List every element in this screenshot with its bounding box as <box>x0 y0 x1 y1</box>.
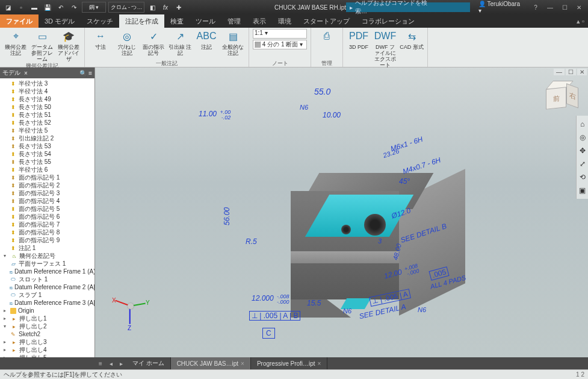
doctab-list-icon[interactable]: ≡ <box>95 357 106 369</box>
tree-item[interactable]: ⬍半径寸法 6 <box>0 166 94 174</box>
ribbon-button[interactable]: ◎穴/ねじ 注記 <box>115 29 139 56</box>
document-tab-close-icon[interactable]: × <box>318 360 321 367</box>
tree-item[interactable]: ⬍面の指示記号 8 <box>0 228 94 236</box>
ribbon-button[interactable]: ⎙ <box>315 29 339 43</box>
qat-material-dropdown[interactable]: 鋼 ▾ <box>82 2 106 13</box>
tree-item[interactable]: ⬍面の指示記号 4 <box>0 197 94 205</box>
qat-appearance-dropdown[interactable]: クロム - つ… <box>108 2 144 13</box>
tree-item[interactable]: ⬍半径寸法 3 <box>0 80 94 87</box>
viewcube-right[interactable]: 右 <box>566 83 578 108</box>
browser-tree[interactable]: ⬍半径寸法 3⬍半径寸法 4⬍長さ寸法 49⬍長さ寸法 50⬍長さ寸法 51⬍長… <box>0 78 94 357</box>
scale-dropdown[interactable]: 1:1 ▾ <box>253 29 307 39</box>
app-icon[interactable]: ◪ <box>2 2 13 13</box>
tree-twisty-icon[interactable]: ▸ <box>4 308 8 313</box>
tree-item[interactable]: ▸▸押し出し3 <box>0 338 94 346</box>
ribbon-button[interactable]: ▭データム参照フレーム <box>30 29 54 62</box>
nav-pan-icon[interactable]: ✥ <box>578 146 587 155</box>
ribbon-button[interactable]: ▤全般的な 注記 <box>221 29 245 56</box>
nav-orbit-icon[interactable]: ⟲ <box>578 172 587 182</box>
ribbon-tab[interactable]: 管理 <box>221 14 247 28</box>
minimize-button[interactable]: — <box>543 4 557 11</box>
tree-item[interactable]: ⎄Datum Reference Frame 2 (A|B) <box>0 283 94 291</box>
tree-item[interactable]: ▸▸押し出し1 <box>0 315 94 322</box>
ribbon-button[interactable]: ✓面の指示 記号 <box>141 29 166 56</box>
doctab-prev-icon[interactable]: ◂ <box>106 357 116 369</box>
tree-item[interactable]: ⬍長さ寸法 54 <box>0 150 94 158</box>
ribbon-tab[interactable]: ツール <box>190 14 221 28</box>
tree-item[interactable]: ⬍長さ寸法 53 <box>0 142 94 150</box>
tree-item[interactable]: ⬍面の指示記号 9 <box>0 236 94 244</box>
tree-item[interactable]: ⬭スラブ 1 <box>0 291 94 299</box>
tree-twisty-icon[interactable]: ▸ <box>4 347 8 352</box>
user-account[interactable]: 👤 TerukiObara ▾ <box>475 1 525 14</box>
tree-item[interactable]: ▾▸押し出し2 <box>0 322 94 330</box>
view-dropdown[interactable]: ▦ 4 分の 1 断面 ▾ <box>253 40 307 49</box>
doctab-home[interactable]: マイ ホーム <box>126 357 171 369</box>
tree-item[interactable]: ⬍面の指示記号 1 <box>0 174 94 181</box>
tree-item[interactable]: ⎄Datum Reference Frame 1 (A) <box>0 268 94 275</box>
maximize-button[interactable]: ☐ <box>558 4 571 11</box>
tree-item[interactable]: ▾⏢幾何公差記号 <box>0 252 94 260</box>
qat-open-icon[interactable]: ▬ <box>29 2 40 13</box>
ribbon-tab[interactable]: コラボレーション <box>356 14 421 28</box>
qat-color-icon[interactable]: ◧ <box>147 2 158 13</box>
viewcube-front[interactable]: 前 <box>546 87 566 110</box>
tree-item[interactable]: ⬍面の指示記号 2 <box>0 181 94 189</box>
tree-item[interactable]: ✎Sketch2 <box>0 330 94 338</box>
tree-item[interactable]: ⬍長さ寸法 49 <box>0 95 94 103</box>
tree-item[interactable]: ▸Origin <box>0 307 94 315</box>
document-tab[interactable]: Progressive Profi…ipt× <box>251 357 328 369</box>
ribbon-tab[interactable]: 3D モデル <box>39 14 81 28</box>
vp-close-icon[interactable]: ✕ <box>577 69 587 75</box>
ribbon-tab[interactable]: スケッチ <box>81 14 119 28</box>
tree-item[interactable]: ⬍面の指示記号 7 <box>0 221 94 228</box>
ribbon-button[interactable]: ABC注記 <box>194 29 218 50</box>
tree-item[interactable]: ⬍面の指示記号 3 <box>0 189 94 197</box>
ribbon-button[interactable]: ↔寸法 <box>88 29 113 50</box>
tree-item[interactable]: ⬍長さ寸法 52 <box>0 119 94 127</box>
help-search-input[interactable]: ▸ヘルプおよびコマンドを検索… <box>346 2 470 12</box>
ribbon-button[interactable]: 🎓幾何公差 アドバイザ <box>57 29 81 62</box>
tree-item[interactable]: ⬍面の指示記号 6 <box>0 213 94 221</box>
ribbon-button[interactable]: PDF3D PDF <box>347 29 371 50</box>
tree-item[interactable]: ⎄Datum Reference Frame 3 (A|B|C) <box>0 299 94 307</box>
doctab-next-icon[interactable]: ▸ <box>116 357 126 369</box>
vp-maximize-icon[interactable]: ☐ <box>566 69 576 75</box>
ribbon-button[interactable]: ⇆CAD 形式 <box>400 29 424 50</box>
browser-search-icon[interactable]: 🔍 ≡ <box>79 70 92 77</box>
tree-twisty-icon[interactable]: ▾ <box>4 324 8 329</box>
nav-home-icon[interactable]: ⌂ <box>578 119 587 129</box>
tree-item[interactable]: ⬍半径寸法 4 <box>0 87 94 95</box>
vp-minimize-icon[interactable]: — <box>554 69 565 75</box>
qat-save-icon[interactable]: 💾 <box>42 2 53 13</box>
ribbon-button[interactable]: ⌖幾何公差 注記 <box>4 29 28 56</box>
browser-close-icon[interactable]: × <box>24 70 28 77</box>
tree-item[interactable]: ⬍注記 1 <box>0 244 94 252</box>
tree-item[interactable]: ⬍面の指示記号 5 <box>0 205 94 213</box>
nav-wheel-icon[interactable]: ◎ <box>578 133 587 142</box>
tree-item[interactable]: ▸▸押し出し4 <box>0 346 94 354</box>
ribbon-tab[interactable]: 検査 <box>164 14 190 28</box>
tree-item[interactable]: ▱平面サーフェス 1 <box>0 260 94 268</box>
qat-redo-icon[interactable]: ↷ <box>69 2 79 13</box>
ribbon-button[interactable]: DWFDWF ファイルにエクスポート <box>373 29 397 68</box>
close-button[interactable]: ✕ <box>572 4 586 11</box>
nav-zoom-icon[interactable]: ⤢ <box>578 159 587 169</box>
ribbon-button[interactable]: ↗引出線 注記 <box>168 29 192 56</box>
viewcube[interactable]: 前 右 <box>543 80 576 112</box>
viewport[interactable]: — ☐ ✕ 前 右 ⌂ ◎ ✥ ⤢ ⟲ ▣ <box>95 67 588 357</box>
help-icon[interactable]: ? <box>529 4 542 11</box>
tree-item[interactable]: ⬍長さ寸法 55 <box>0 158 94 166</box>
tree-item[interactable]: ⬍引出線注記 2 <box>0 134 94 142</box>
tree-twisty-icon[interactable]: ▾ <box>4 253 8 258</box>
tree-item[interactable]: ⬍半径寸法 5 <box>0 127 94 134</box>
document-tab-close-icon[interactable]: × <box>241 360 244 367</box>
tree-item[interactable]: ⬍長さ寸法 51 <box>0 111 94 119</box>
ribbon-collapse-icon[interactable]: ▴ ▫ <box>573 14 588 28</box>
qat-new-icon[interactable]: ▫ <box>16 2 26 13</box>
ribbon-tab[interactable]: 注記を作成 <box>119 14 164 28</box>
tree-item[interactable]: ⬭スロット 1 <box>0 275 94 283</box>
tab-file[interactable]: ファイル <box>0 14 39 28</box>
qat-plus-icon[interactable]: ✚ <box>173 2 184 13</box>
tree-twisty-icon[interactable]: ▸ <box>4 316 8 321</box>
